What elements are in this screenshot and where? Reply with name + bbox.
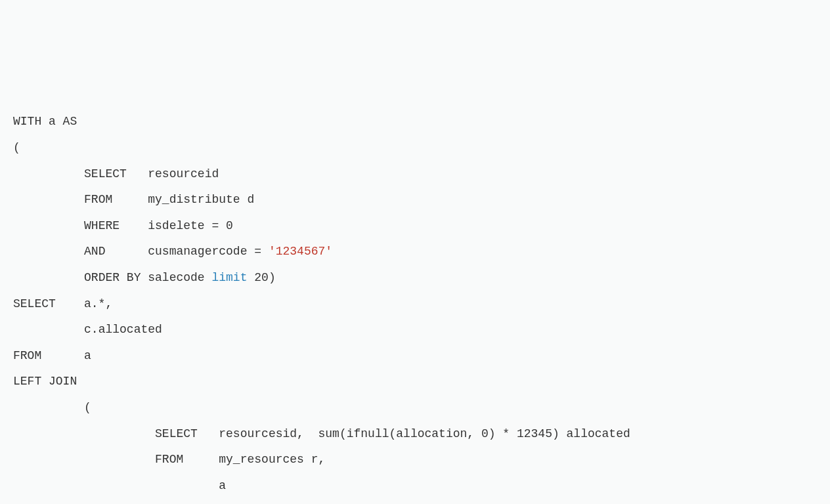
code-line: WHERE r.resourcesid = a.resourcesid xyxy=(13,499,830,504)
code-line: FROM my_resources r, xyxy=(13,447,830,473)
code-segment: AND cusmanagercode = xyxy=(84,245,269,258)
code-segment: SELECT resourcesid, sum(ifnull(allocatio… xyxy=(155,427,630,440)
code-segment: a xyxy=(219,479,226,492)
code-line: AND cusmanagercode = '1234567' xyxy=(13,239,830,265)
code-line: FROM a xyxy=(13,343,830,369)
code-segment: WITH a AS xyxy=(13,115,77,128)
code-line: a xyxy=(13,473,830,499)
code-line: SELECT resourceid xyxy=(13,161,830,188)
code-segment: FROM a xyxy=(13,349,91,362)
code-segment: SELECT resourceid xyxy=(84,167,219,180)
code-line: FROM my_distribute d xyxy=(13,187,830,213)
code-line: WITH a AS xyxy=(13,109,830,135)
code-segment: ORDER BY salecode xyxy=(84,271,211,284)
code-segment: ( xyxy=(13,141,20,154)
code-line: SELECT a.*, xyxy=(13,291,830,318)
code-segment: LEFT JOIN xyxy=(13,375,77,388)
code-segment: FROM my_resources r, xyxy=(155,453,325,466)
sql-code-block: WITH a AS( SELECT resourceid FROM my_dis… xyxy=(13,109,830,504)
code-segment: c.allocated xyxy=(84,323,162,336)
code-segment: ( xyxy=(84,401,91,414)
code-line: ( xyxy=(13,135,830,161)
code-line: ORDER BY salecode limit 20) xyxy=(13,265,830,291)
code-segment: 20) xyxy=(247,271,275,284)
code-segment: WHERE isdelete = 0 xyxy=(84,219,233,232)
code-line: c.allocated xyxy=(13,317,830,343)
code-segment: limit xyxy=(211,271,247,284)
code-line: LEFT JOIN xyxy=(13,369,830,395)
code-segment: '1234567' xyxy=(269,245,332,258)
code-segment: SELECT a.*, xyxy=(13,297,112,310)
code-line: ( xyxy=(13,395,830,421)
code-line: SELECT resourcesid, sum(ifnull(allocatio… xyxy=(13,421,830,448)
code-segment: FROM my_distribute d xyxy=(84,193,254,206)
code-line: WHERE isdelete = 0 xyxy=(13,213,830,240)
